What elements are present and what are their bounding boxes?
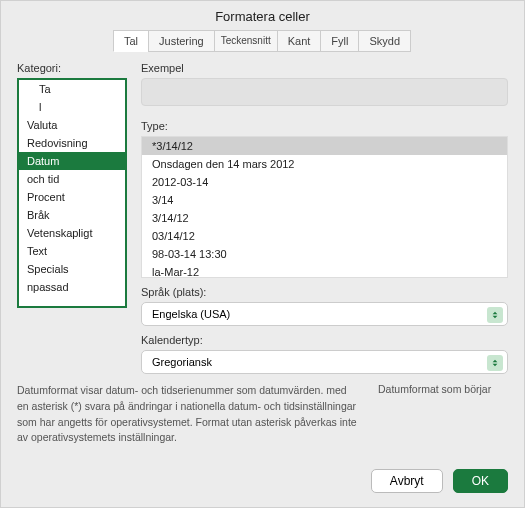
- category-item[interactable]: Vetenskapligt: [19, 224, 125, 242]
- category-item[interactable]: Redovisning: [19, 134, 125, 152]
- category-item[interactable]: Specials: [19, 260, 125, 278]
- type-label: Type:: [141, 120, 508, 132]
- tab-protection[interactable]: Skydd: [358, 30, 411, 52]
- tab-number[interactable]: Tal: [113, 30, 149, 52]
- type-item[interactable]: Onsdagen den 14 mars 2012: [142, 155, 507, 173]
- category-item[interactable]: och tid: [19, 170, 125, 188]
- locale-label: Språk (plats):: [141, 286, 508, 298]
- category-item-selected[interactable]: Datum: [19, 152, 125, 170]
- dialog-footer: Avbryt OK: [371, 469, 508, 493]
- type-item-selected[interactable]: *3/14/12: [142, 137, 507, 155]
- content-area: Kategori: Ta l Valuta Redovisning Datum …: [1, 62, 524, 382]
- category-item[interactable]: l: [19, 98, 125, 116]
- tab-font[interactable]: Teckensnitt: [214, 30, 278, 52]
- category-item[interactable]: Ta: [19, 80, 125, 98]
- category-item[interactable]: Valuta: [19, 116, 125, 134]
- category-item[interactable]: Bråk: [19, 206, 125, 224]
- right-panel: Exempel Type: *3/14/12 Onsdagen den 14 m…: [141, 62, 508, 382]
- chevron-updown-icon: [487, 307, 503, 323]
- chevron-updown-icon: [487, 355, 503, 371]
- ok-button[interactable]: OK: [453, 469, 508, 493]
- left-panel: Kategori: Ta l Valuta Redovisning Datum …: [17, 62, 127, 382]
- type-item[interactable]: 3/14/12: [142, 209, 507, 227]
- type-item[interactable]: 3/14: [142, 191, 507, 209]
- calendar-dropdown[interactable]: Gregoriansk: [141, 350, 508, 374]
- note-area: Datumformat visar datum- och tidserienum…: [17, 383, 508, 446]
- category-item[interactable]: Procent: [19, 188, 125, 206]
- category-item[interactable]: Text: [19, 242, 125, 260]
- tab-alignment[interactable]: Justering: [148, 30, 215, 52]
- type-item[interactable]: 98-03-14 13:30: [142, 245, 507, 263]
- category-list[interactable]: Ta l Valuta Redovisning Datum och tid Pr…: [17, 78, 127, 308]
- type-item[interactable]: 03/14/12: [142, 227, 507, 245]
- note-text: Datumformat visar datum- och tidserienum…: [17, 383, 358, 446]
- type-item[interactable]: 2012-03-14: [142, 173, 507, 191]
- tab-bar: Tal Justering Teckensnitt Kant Fyll Skyd…: [61, 30, 464, 52]
- dialog-title: Formatera celler: [1, 1, 524, 30]
- locale-value: Engelska (USA): [152, 308, 230, 320]
- tab-fill[interactable]: Fyll: [320, 30, 359, 52]
- tab-border[interactable]: Kant: [277, 30, 322, 52]
- category-label: Kategori:: [17, 62, 127, 74]
- example-box: [141, 78, 508, 106]
- example-label: Exempel: [141, 62, 508, 74]
- locale-dropdown[interactable]: Engelska (USA): [141, 302, 508, 326]
- calendar-label: Kalendertyp:: [141, 334, 508, 346]
- type-item[interactable]: la-Mar-12: [142, 263, 507, 278]
- calendar-value: Gregoriansk: [152, 356, 212, 368]
- category-item[interactable]: npassad: [19, 278, 125, 296]
- cancel-button[interactable]: Avbryt: [371, 469, 443, 493]
- format-cells-dialog: Formatera celler Tal Justering Teckensni…: [0, 0, 525, 508]
- note-text-right: Datumformat som börjar: [378, 383, 508, 446]
- type-list[interactable]: *3/14/12 Onsdagen den 14 mars 2012 2012-…: [141, 136, 508, 278]
